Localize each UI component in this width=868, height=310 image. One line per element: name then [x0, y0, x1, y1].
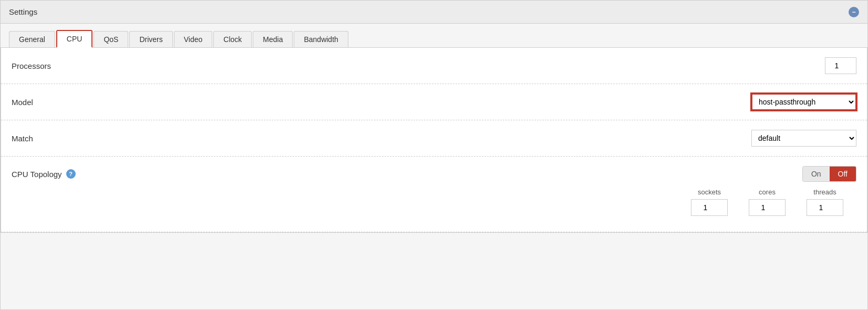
- content-area: Processors Model host-passthrough host-m…: [1, 48, 867, 233]
- settings-window: Settings − General CPU QoS Drivers Video…: [0, 0, 868, 310]
- threads-column: threads: [804, 188, 846, 216]
- topology-off-button[interactable]: Off: [830, 167, 856, 181]
- minimize-button[interactable]: −: [849, 7, 859, 17]
- tabs-bar: General CPU QoS Drivers Video Clock Medi…: [1, 24, 867, 48]
- cpu-topology-toggle: On Off: [802, 166, 856, 182]
- threads-label: threads: [813, 188, 836, 196]
- tab-bandwidth[interactable]: Bandwidth: [294, 31, 348, 47]
- topology-on-button[interactable]: On: [803, 167, 830, 181]
- topology-inputs: sockets cores threads: [12, 182, 856, 222]
- tab-drivers[interactable]: Drivers: [129, 31, 172, 47]
- topology-toggle-group: On Off: [802, 166, 856, 182]
- tab-general[interactable]: General: [9, 31, 55, 47]
- processors-control: [825, 57, 856, 74]
- match-control: default strict partial none: [751, 130, 856, 147]
- model-control: host-passthrough host-model EPYC Opteron…: [751, 94, 856, 110]
- tab-clock[interactable]: Clock: [213, 31, 252, 47]
- cpu-topology-row: CPU Topology ? On Off sockets cores: [1, 157, 867, 232]
- cpu-topology-help-icon[interactable]: ?: [66, 169, 76, 179]
- processors-input[interactable]: [825, 57, 856, 74]
- cores-label: cores: [759, 188, 776, 196]
- model-row: Model host-passthrough host-model EPYC O…: [1, 84, 867, 120]
- tab-cpu[interactable]: CPU: [56, 30, 93, 48]
- cpu-topology-label: CPU Topology ?: [12, 169, 76, 179]
- sockets-column: sockets: [688, 188, 730, 216]
- cores-column: cores: [746, 188, 788, 216]
- processors-row: Processors: [1, 48, 867, 84]
- tab-media[interactable]: Media: [253, 31, 293, 47]
- match-label: Match: [12, 134, 33, 143]
- processors-label: Processors: [12, 61, 51, 70]
- sockets-input[interactable]: [691, 199, 728, 216]
- threads-input[interactable]: [807, 199, 843, 216]
- model-select[interactable]: host-passthrough host-model EPYC Opteron…: [751, 94, 856, 110]
- tab-qos[interactable]: QoS: [94, 31, 128, 47]
- match-select[interactable]: default strict partial none: [751, 130, 856, 147]
- sockets-label: sockets: [698, 188, 721, 196]
- cores-input[interactable]: [749, 199, 786, 216]
- model-label: Model: [12, 98, 33, 107]
- tab-video[interactable]: Video: [174, 31, 213, 47]
- cpu-topology-main: CPU Topology ? On Off: [12, 166, 856, 182]
- match-row: Match default strict partial none: [1, 120, 867, 157]
- title-bar: Settings −: [1, 1, 867, 24]
- window-title: Settings: [9, 7, 37, 16]
